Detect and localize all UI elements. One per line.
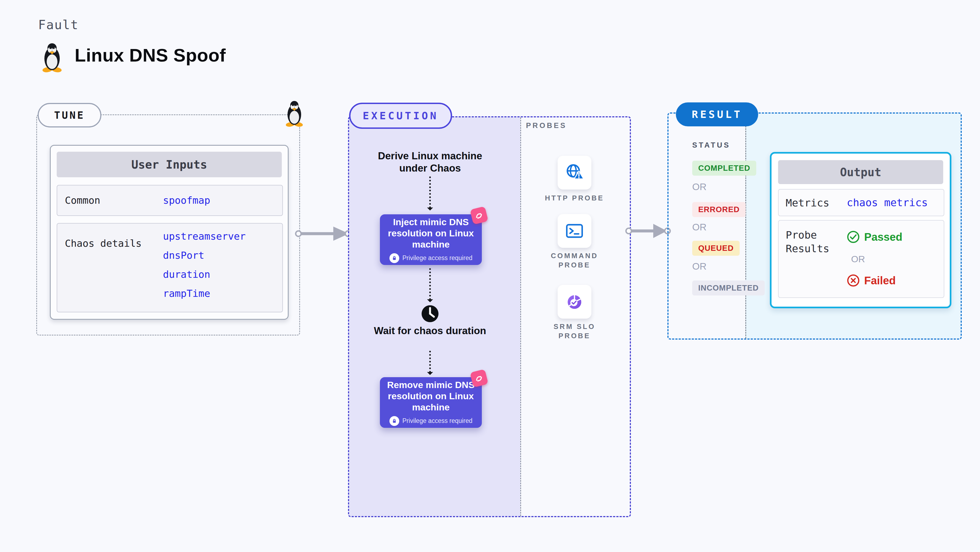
flow-connector — [429, 268, 431, 300]
tux-penguin-icon — [40, 43, 64, 73]
privilege-note: Privilege access required — [402, 254, 473, 262]
srm-slo-probe-label: SRM SLO PROBE — [539, 322, 610, 340]
status-badge-errored: ERRORED — [692, 202, 746, 217]
passed-label: Passed — [864, 231, 902, 243]
step-derive-label: Derive Linux machine under Chaos — [373, 150, 487, 174]
status-badge-queued: QUEUED — [692, 241, 740, 256]
input-row-chaos-details: Chaos details upstreamserver dnsPort dur… — [57, 223, 283, 312]
execution-to-result-arrow — [623, 220, 673, 242]
passed-verdict: Passed — [847, 230, 902, 243]
fault-diagram: Fault Linux DNS Spoof TUNE User Inputs C… — [0, 0, 980, 552]
slo-pie-check-icon — [564, 291, 585, 312]
or-separator: OR — [692, 181, 706, 192]
http-probe-card — [558, 156, 591, 190]
execution-probes-divider — [520, 117, 521, 516]
fault-eyebrow: Fault — [38, 17, 78, 32]
tune-to-execution-arrow — [293, 223, 353, 244]
metrics-label: Metrics — [786, 196, 829, 210]
flow-connector — [429, 176, 431, 208]
status-badge-incompleted: INCOMPLETED — [692, 281, 765, 295]
input-row-label: Common — [65, 195, 100, 206]
globe-alert-icon — [564, 162, 585, 183]
input-value: rampTime — [163, 288, 210, 299]
execution-pill: EXECUTION — [349, 103, 452, 129]
clock-icon — [421, 305, 439, 323]
input-value: upstreamserver — [163, 231, 245, 242]
terminal-icon — [564, 220, 585, 241]
probe-results-row: Probe Results Passed OR Failed — [778, 220, 944, 298]
tux-penguin-icon-small — [283, 100, 305, 127]
status-badge-completed: COMPLETED — [692, 161, 756, 176]
lock-icon — [390, 416, 399, 426]
output-card-title: Output — [778, 160, 943, 184]
status-heading: STATUS — [692, 141, 730, 149]
failed-verdict: Failed — [847, 274, 896, 287]
input-value: dnsPort — [163, 250, 204, 261]
step-wait-label: Wait for chaos duration — [373, 325, 487, 337]
status-output-divider — [745, 114, 746, 338]
or-separator: OR — [851, 254, 865, 265]
user-inputs-card: User Inputs Common spoofmap Chaos detail… — [50, 145, 289, 320]
result-pill: RESULT — [676, 102, 758, 126]
inject-dns-node: Inject mimic DNS resolution on Linux mac… — [380, 214, 482, 265]
input-value: duration — [163, 269, 210, 280]
remove-dns-node: Remove mimic DNS resolution on Linux mac… — [380, 377, 482, 428]
command-probe-label: COMMAND PROBE — [539, 251, 610, 270]
metrics-value: chaos metrics — [847, 197, 928, 209]
x-circle-icon — [847, 274, 860, 287]
lock-icon — [390, 253, 399, 263]
privilege-note: Privilege access required — [402, 417, 473, 425]
flow-connector — [429, 351, 431, 373]
srm-slo-probe-card — [558, 285, 591, 319]
probe-results-label: Probe Results — [786, 228, 843, 255]
inject-dns-label: Inject mimic DNS resolution on Linux mac… — [386, 216, 476, 250]
metrics-row: Metrics chaos metrics — [778, 189, 944, 216]
flow-connector-arrowhead — [427, 208, 433, 214]
input-row-common: Common spoofmap — [57, 185, 283, 216]
http-probe-label: HTTP PROBE — [539, 194, 610, 203]
output-card: Output Metrics chaos metrics Probe Resul… — [770, 152, 951, 308]
tune-pill: TUNE — [38, 103, 101, 127]
input-value: spoofmap — [163, 195, 210, 206]
failed-label: Failed — [864, 274, 896, 287]
user-inputs-title: User Inputs — [57, 152, 282, 177]
or-separator: OR — [692, 261, 706, 272]
or-separator: OR — [692, 222, 706, 233]
remove-dns-label: Remove mimic DNS resolution on Linux mac… — [386, 379, 476, 413]
input-row-label: Chaos details — [65, 238, 142, 249]
check-circle-icon — [847, 230, 860, 243]
probes-heading: PROBES — [526, 121, 567, 130]
page-title: Linux DNS Spoof — [75, 44, 226, 66]
command-probe-card — [558, 214, 591, 248]
